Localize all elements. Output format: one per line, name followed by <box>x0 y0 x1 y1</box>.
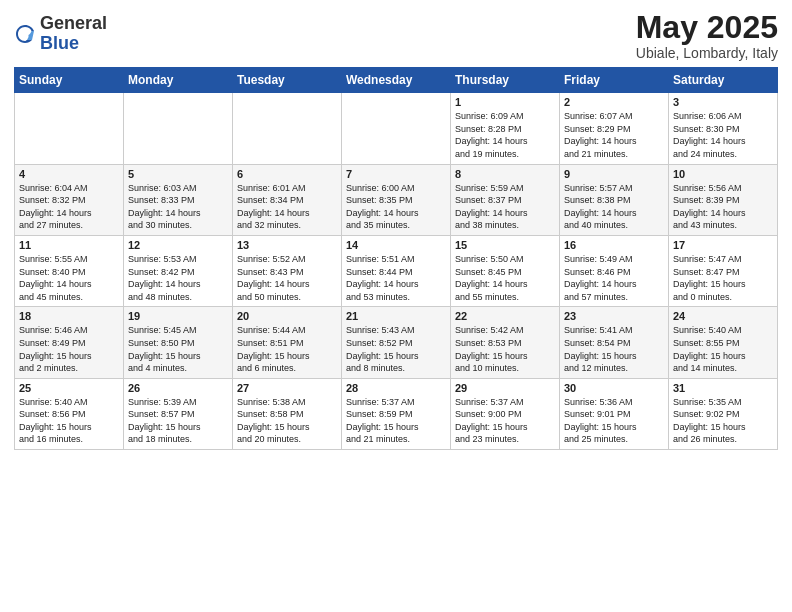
day-number: 18 <box>19 310 119 322</box>
col-sunday: Sunday <box>15 68 124 93</box>
header: General Blue May 2025 Ubiale, Lombardy, … <box>14 10 778 61</box>
table-row: 1Sunrise: 6:09 AM Sunset: 8:28 PM Daylig… <box>451 93 560 164</box>
day-number: 8 <box>455 168 555 180</box>
day-number: 14 <box>346 239 446 251</box>
day-info: Sunrise: 5:40 AM Sunset: 8:56 PM Dayligh… <box>19 396 119 446</box>
month-title: May 2025 <box>636 10 778 45</box>
location: Ubiale, Lombardy, Italy <box>636 45 778 61</box>
day-info: Sunrise: 5:59 AM Sunset: 8:37 PM Dayligh… <box>455 182 555 232</box>
table-row: 9Sunrise: 5:57 AM Sunset: 8:38 PM Daylig… <box>560 164 669 235</box>
calendar-week-row: 11Sunrise: 5:55 AM Sunset: 8:40 PM Dayli… <box>15 235 778 306</box>
day-number: 9 <box>564 168 664 180</box>
day-number: 16 <box>564 239 664 251</box>
col-saturday: Saturday <box>669 68 778 93</box>
day-number: 6 <box>237 168 337 180</box>
day-number: 31 <box>673 382 773 394</box>
table-row: 18Sunrise: 5:46 AM Sunset: 8:49 PM Dayli… <box>15 307 124 378</box>
day-info: Sunrise: 6:01 AM Sunset: 8:34 PM Dayligh… <box>237 182 337 232</box>
day-info: Sunrise: 5:51 AM Sunset: 8:44 PM Dayligh… <box>346 253 446 303</box>
calendar-week-row: 18Sunrise: 5:46 AM Sunset: 8:49 PM Dayli… <box>15 307 778 378</box>
day-info: Sunrise: 6:00 AM Sunset: 8:35 PM Dayligh… <box>346 182 446 232</box>
day-info: Sunrise: 5:55 AM Sunset: 8:40 PM Dayligh… <box>19 253 119 303</box>
day-info: Sunrise: 5:57 AM Sunset: 8:38 PM Dayligh… <box>564 182 664 232</box>
day-info: Sunrise: 5:46 AM Sunset: 8:49 PM Dayligh… <box>19 324 119 374</box>
table-row: 5Sunrise: 6:03 AM Sunset: 8:33 PM Daylig… <box>124 164 233 235</box>
day-info: Sunrise: 6:03 AM Sunset: 8:33 PM Dayligh… <box>128 182 228 232</box>
day-number: 24 <box>673 310 773 322</box>
calendar-week-row: 4Sunrise: 6:04 AM Sunset: 8:32 PM Daylig… <box>15 164 778 235</box>
day-info: Sunrise: 5:41 AM Sunset: 8:54 PM Dayligh… <box>564 324 664 374</box>
day-number: 22 <box>455 310 555 322</box>
day-number: 19 <box>128 310 228 322</box>
logo-blue-text: Blue <box>40 34 107 54</box>
table-row: 7Sunrise: 6:00 AM Sunset: 8:35 PM Daylig… <box>342 164 451 235</box>
table-row: 23Sunrise: 5:41 AM Sunset: 8:54 PM Dayli… <box>560 307 669 378</box>
table-row: 27Sunrise: 5:38 AM Sunset: 8:58 PM Dayli… <box>233 378 342 449</box>
col-thursday: Thursday <box>451 68 560 93</box>
day-number: 23 <box>564 310 664 322</box>
logo-text: General Blue <box>40 14 107 54</box>
day-info: Sunrise: 6:09 AM Sunset: 8:28 PM Dayligh… <box>455 110 555 160</box>
col-monday: Monday <box>124 68 233 93</box>
day-info: Sunrise: 5:53 AM Sunset: 8:42 PM Dayligh… <box>128 253 228 303</box>
table-row: 12Sunrise: 5:53 AM Sunset: 8:42 PM Dayli… <box>124 235 233 306</box>
table-row: 3Sunrise: 6:06 AM Sunset: 8:30 PM Daylig… <box>669 93 778 164</box>
day-number: 1 <box>455 96 555 108</box>
day-number: 5 <box>128 168 228 180</box>
day-info: Sunrise: 5:45 AM Sunset: 8:50 PM Dayligh… <box>128 324 228 374</box>
table-row: 2Sunrise: 6:07 AM Sunset: 8:29 PM Daylig… <box>560 93 669 164</box>
table-row: 31Sunrise: 5:35 AM Sunset: 9:02 PM Dayli… <box>669 378 778 449</box>
day-info: Sunrise: 5:37 AM Sunset: 9:00 PM Dayligh… <box>455 396 555 446</box>
col-tuesday: Tuesday <box>233 68 342 93</box>
day-number: 25 <box>19 382 119 394</box>
day-number: 15 <box>455 239 555 251</box>
day-number: 26 <box>128 382 228 394</box>
table-row: 17Sunrise: 5:47 AM Sunset: 8:47 PM Dayli… <box>669 235 778 306</box>
day-number: 30 <box>564 382 664 394</box>
table-row: 11Sunrise: 5:55 AM Sunset: 8:40 PM Dayli… <box>15 235 124 306</box>
table-row: 6Sunrise: 6:01 AM Sunset: 8:34 PM Daylig… <box>233 164 342 235</box>
page-container: General Blue May 2025 Ubiale, Lombardy, … <box>0 0 792 460</box>
table-row: 16Sunrise: 5:49 AM Sunset: 8:46 PM Dayli… <box>560 235 669 306</box>
table-row: 25Sunrise: 5:40 AM Sunset: 8:56 PM Dayli… <box>15 378 124 449</box>
table-row: 24Sunrise: 5:40 AM Sunset: 8:55 PM Dayli… <box>669 307 778 378</box>
table-row <box>15 93 124 164</box>
logo: General Blue <box>14 14 107 54</box>
day-info: Sunrise: 5:37 AM Sunset: 8:59 PM Dayligh… <box>346 396 446 446</box>
table-row: 21Sunrise: 5:43 AM Sunset: 8:52 PM Dayli… <box>342 307 451 378</box>
table-row <box>233 93 342 164</box>
day-number: 27 <box>237 382 337 394</box>
table-row <box>124 93 233 164</box>
day-number: 28 <box>346 382 446 394</box>
day-info: Sunrise: 6:06 AM Sunset: 8:30 PM Dayligh… <box>673 110 773 160</box>
table-row: 13Sunrise: 5:52 AM Sunset: 8:43 PM Dayli… <box>233 235 342 306</box>
table-row: 22Sunrise: 5:42 AM Sunset: 8:53 PM Dayli… <box>451 307 560 378</box>
day-info: Sunrise: 5:44 AM Sunset: 8:51 PM Dayligh… <box>237 324 337 374</box>
day-info: Sunrise: 5:52 AM Sunset: 8:43 PM Dayligh… <box>237 253 337 303</box>
day-info: Sunrise: 5:36 AM Sunset: 9:01 PM Dayligh… <box>564 396 664 446</box>
day-info: Sunrise: 5:50 AM Sunset: 8:45 PM Dayligh… <box>455 253 555 303</box>
table-row: 4Sunrise: 6:04 AM Sunset: 8:32 PM Daylig… <box>15 164 124 235</box>
table-row: 29Sunrise: 5:37 AM Sunset: 9:00 PM Dayli… <box>451 378 560 449</box>
table-row: 28Sunrise: 5:37 AM Sunset: 8:59 PM Dayli… <box>342 378 451 449</box>
day-number: 11 <box>19 239 119 251</box>
day-info: Sunrise: 5:42 AM Sunset: 8:53 PM Dayligh… <box>455 324 555 374</box>
day-number: 20 <box>237 310 337 322</box>
table-row: 26Sunrise: 5:39 AM Sunset: 8:57 PM Dayli… <box>124 378 233 449</box>
day-info: Sunrise: 5:49 AM Sunset: 8:46 PM Dayligh… <box>564 253 664 303</box>
calendar-week-row: 25Sunrise: 5:40 AM Sunset: 8:56 PM Dayli… <box>15 378 778 449</box>
table-row <box>342 93 451 164</box>
table-row: 19Sunrise: 5:45 AM Sunset: 8:50 PM Dayli… <box>124 307 233 378</box>
calendar-table: Sunday Monday Tuesday Wednesday Thursday… <box>14 67 778 450</box>
day-info: Sunrise: 6:04 AM Sunset: 8:32 PM Dayligh… <box>19 182 119 232</box>
day-info: Sunrise: 5:43 AM Sunset: 8:52 PM Dayligh… <box>346 324 446 374</box>
day-number: 7 <box>346 168 446 180</box>
day-info: Sunrise: 5:38 AM Sunset: 8:58 PM Dayligh… <box>237 396 337 446</box>
col-wednesday: Wednesday <box>342 68 451 93</box>
day-number: 3 <box>673 96 773 108</box>
table-row: 15Sunrise: 5:50 AM Sunset: 8:45 PM Dayli… <box>451 235 560 306</box>
col-friday: Friday <box>560 68 669 93</box>
day-number: 2 <box>564 96 664 108</box>
logo-general-text: General <box>40 14 107 34</box>
day-number: 4 <box>19 168 119 180</box>
